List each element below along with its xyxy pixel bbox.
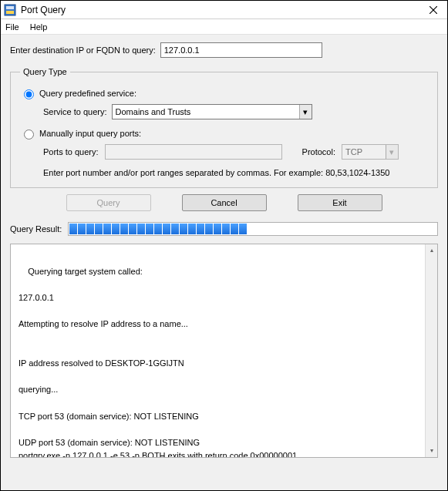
svg-rect-1 bbox=[6, 6, 14, 9]
result-text: Querying target system called: 127.0.0.1… bbox=[19, 267, 299, 458]
exit-button[interactable]: Exit bbox=[298, 194, 382, 211]
ports-hint: Enter port number and/or port ranges sep… bbox=[43, 167, 428, 180]
titlebar: Port Query bbox=[1, 1, 447, 19]
progress-bar bbox=[68, 222, 438, 236]
protocol-label: Protocol: bbox=[302, 147, 335, 156]
app-icon bbox=[4, 4, 16, 16]
ports-input[interactable] bbox=[105, 144, 282, 160]
service-select[interactable] bbox=[112, 104, 312, 119]
ports-label: Ports to query: bbox=[43, 147, 99, 156]
query-result-label: Query Result: bbox=[10, 224, 62, 234]
query-type-group: Query Type Query predefined service: Ser… bbox=[10, 67, 438, 188]
scrollbar[interactable]: ▴ ▾ bbox=[425, 244, 437, 457]
close-button[interactable] bbox=[423, 2, 444, 18]
radio-predefined[interactable] bbox=[24, 89, 34, 99]
query-button[interactable]: Query bbox=[66, 194, 151, 211]
service-label: Service to query: bbox=[43, 107, 107, 116]
cancel-button[interactable]: Cancel bbox=[182, 194, 267, 211]
scroll-up-icon: ▴ bbox=[426, 244, 437, 257]
radio-predefined-label: Query predefined service: bbox=[39, 89, 136, 98]
radio-manual-label: Manually input query ports: bbox=[39, 129, 141, 138]
destination-label: Enter destination IP or FQDN to query: bbox=[10, 45, 156, 55]
query-type-legend: Query Type bbox=[20, 67, 70, 76]
destination-input[interactable] bbox=[160, 42, 322, 58]
result-output: Querying target system called: 127.0.0.1… bbox=[10, 244, 438, 458]
menu-help[interactable]: Help bbox=[30, 22, 48, 32]
svg-rect-2 bbox=[6, 11, 14, 14]
window-title: Port Query bbox=[21, 5, 423, 15]
scroll-down-icon: ▾ bbox=[426, 445, 437, 457]
chevron-down-icon: ▾ bbox=[386, 145, 398, 159]
close-icon bbox=[429, 6, 437, 14]
radio-manual[interactable] bbox=[24, 129, 34, 140]
menubar: File Help bbox=[1, 19, 447, 35]
menu-file[interactable]: File bbox=[5, 22, 19, 32]
chevron-down-icon: ▾ bbox=[299, 105, 312, 119]
